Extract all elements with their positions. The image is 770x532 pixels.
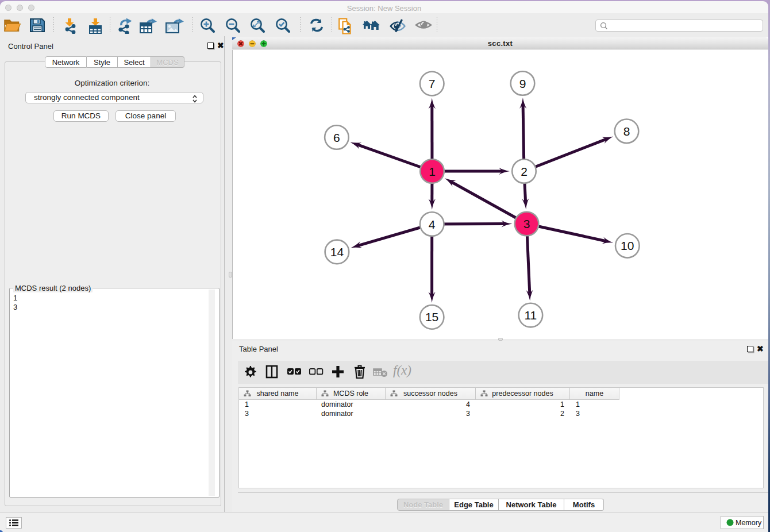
svg-text:8: 8 bbox=[623, 125, 630, 138]
svg-text:1: 1 bbox=[429, 165, 436, 178]
svg-text:7: 7 bbox=[429, 77, 436, 90]
svg-text:4: 4 bbox=[429, 218, 436, 231]
svg-text:2: 2 bbox=[521, 165, 528, 178]
svg-text:15: 15 bbox=[425, 310, 438, 323]
svg-text:10: 10 bbox=[621, 239, 634, 252]
svg-text:14: 14 bbox=[330, 245, 344, 259]
svg-text:9: 9 bbox=[519, 77, 526, 90]
svg-text:3: 3 bbox=[523, 217, 530, 230]
svg-text:6: 6 bbox=[333, 131, 340, 144]
svg-text:11: 11 bbox=[524, 309, 537, 322]
